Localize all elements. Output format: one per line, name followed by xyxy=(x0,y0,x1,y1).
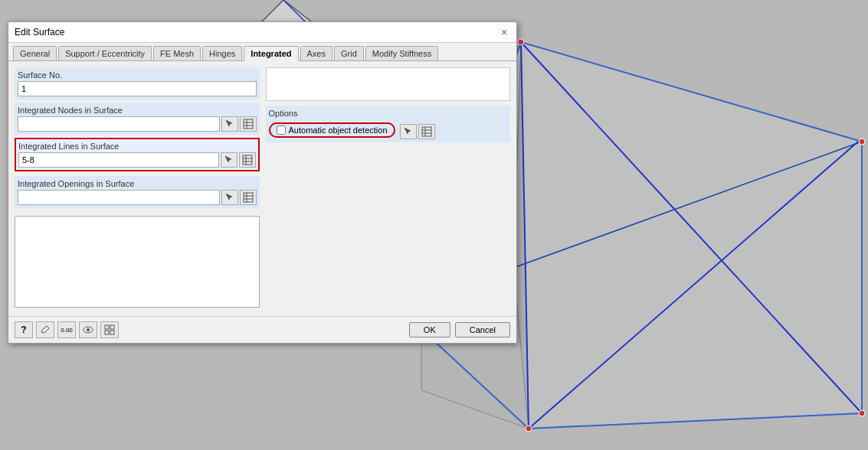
svg-point-33 xyxy=(87,328,90,331)
cancel-button[interactable]: Cancel xyxy=(455,322,510,338)
tab-bar: General Support / Eccentricity FE Mesh H… xyxy=(8,43,516,61)
auto-detect-label: Automatic object detection xyxy=(289,126,388,135)
integrated-openings-row xyxy=(18,190,257,205)
svg-rect-28 xyxy=(422,127,431,136)
svg-point-11 xyxy=(518,39,524,45)
tab-grid[interactable]: Grid xyxy=(334,46,364,60)
notes-area[interactable] xyxy=(15,216,260,308)
integrated-lines-label: Integrated Lines in Surface xyxy=(18,142,256,151)
right-column: Options Automatic object detection xyxy=(266,67,511,310)
tab-modify-stiffness[interactable]: Modify Stiffness xyxy=(365,46,438,60)
svg-point-12 xyxy=(859,139,865,145)
help-icon: ? xyxy=(21,324,26,335)
edit-icon xyxy=(40,324,51,335)
data-button[interactable] xyxy=(100,321,119,338)
dialog-title: Edit Surface xyxy=(15,27,64,38)
integrated-nodes-select-btn[interactable] xyxy=(221,116,238,132)
auto-detect-row: Automatic object detection xyxy=(269,122,395,138)
tab-general[interactable]: General xyxy=(13,46,57,60)
options-section: Options Automatic object detection xyxy=(266,106,511,142)
close-button[interactable]: × xyxy=(498,26,510,38)
integrated-openings-label: Integrated Openings in Surface xyxy=(18,179,257,188)
options-select-btn[interactable] xyxy=(400,124,417,139)
select-icon-options xyxy=(403,126,414,137)
right-preview-area xyxy=(266,67,511,101)
integrated-lines-select-btn[interactable] xyxy=(221,152,237,168)
integrated-nodes-table-btn[interactable] xyxy=(240,116,257,132)
auto-detect-checkbox[interactable] xyxy=(277,126,286,135)
edit-surface-dialog: Edit Surface × General Support / Eccentr… xyxy=(8,21,517,344)
edit-button[interactable] xyxy=(36,321,54,338)
table-icon-options xyxy=(421,126,432,137)
integrated-lines-group: Integrated Lines in Surface xyxy=(15,138,260,171)
table-icon-openings xyxy=(243,192,254,203)
tab-fe-mesh[interactable]: FE Mesh xyxy=(153,46,201,60)
left-column: Surface No. Integrated Nodes in Surface xyxy=(15,67,260,310)
tab-axes[interactable]: Axes xyxy=(300,46,332,60)
footer-left-buttons: ? 0.00 xyxy=(15,321,119,338)
integrated-lines-row xyxy=(18,152,256,168)
select-icon-lines xyxy=(224,155,234,165)
ok-button[interactable]: OK xyxy=(409,322,450,338)
integrated-nodes-label: Integrated Nodes in Surface xyxy=(18,106,257,115)
table-icon-lines xyxy=(242,155,253,165)
help-button[interactable]: ? xyxy=(15,321,33,338)
integrated-lines-table-btn[interactable] xyxy=(239,152,256,168)
eye-icon xyxy=(83,324,93,335)
svg-rect-24 xyxy=(244,193,253,202)
integrated-openings-input[interactable] xyxy=(18,190,220,205)
svg-rect-16 xyxy=(244,119,253,129)
svg-rect-35 xyxy=(110,325,114,329)
integrated-openings-group: Integrated Openings in Surface xyxy=(15,176,260,208)
table-icon xyxy=(243,119,254,129)
integrated-openings-select-btn[interactable] xyxy=(221,190,238,205)
zero-icon: 0.00 xyxy=(61,327,73,334)
integrated-nodes-group: Integrated Nodes in Surface xyxy=(15,103,260,135)
select-icon-openings xyxy=(224,192,235,203)
integrated-nodes-input[interactable] xyxy=(18,116,220,132)
surface-no-input[interactable] xyxy=(18,81,257,96)
footer-right-buttons: OK Cancel xyxy=(409,322,510,338)
svg-rect-20 xyxy=(243,155,252,165)
svg-rect-36 xyxy=(105,331,109,334)
svg-rect-37 xyxy=(110,331,114,334)
dialog-footer: ? 0.00 xyxy=(8,316,516,343)
select-icon xyxy=(224,119,235,129)
tab-integrated[interactable]: Integrated xyxy=(244,46,298,61)
svg-rect-34 xyxy=(105,325,109,329)
integrated-nodes-row xyxy=(18,116,257,132)
surface-no-label: Surface No. xyxy=(18,70,257,80)
data-icon xyxy=(104,324,115,335)
surface-no-group: Surface No. xyxy=(15,67,260,99)
integrated-openings-table-btn[interactable] xyxy=(240,190,257,205)
view-button[interactable] xyxy=(79,321,97,338)
svg-point-14 xyxy=(526,426,532,432)
integrated-lines-input[interactable] xyxy=(18,152,219,168)
dialog-content: Surface No. Integrated Nodes in Surface xyxy=(8,61,516,316)
options-icon-row xyxy=(400,124,435,139)
svg-point-13 xyxy=(859,410,865,416)
options-table-btn[interactable] xyxy=(418,124,435,139)
tab-hinges[interactable]: Hinges xyxy=(202,46,242,60)
tab-support[interactable]: Support / Eccentricity xyxy=(58,46,152,60)
options-label: Options xyxy=(269,109,508,118)
content-columns: Surface No. Integrated Nodes in Surface xyxy=(15,67,510,310)
dialog-titlebar: Edit Surface × xyxy=(8,22,516,43)
zero-button[interactable]: 0.00 xyxy=(57,321,76,338)
